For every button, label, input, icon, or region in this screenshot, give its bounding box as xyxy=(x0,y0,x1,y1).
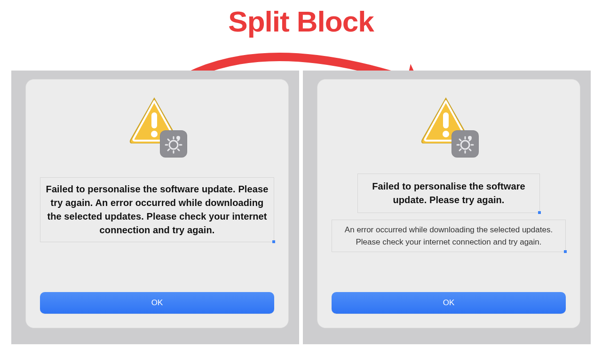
left-panel: Failed to personalise the software updat… xyxy=(11,71,299,344)
right-panel: Failed to personalise the software updat… xyxy=(303,71,591,344)
ok-button[interactable]: OK xyxy=(40,292,274,314)
svg-line-23 xyxy=(469,139,471,141)
svg-point-15 xyxy=(461,141,469,149)
ok-button[interactable]: OK xyxy=(332,292,566,314)
svg-point-3 xyxy=(169,141,178,149)
right-primary-message-text: Failed to personalise the software updat… xyxy=(359,180,539,207)
left-message-block[interactable]: Failed to personalise the software updat… xyxy=(40,177,274,242)
svg-line-9 xyxy=(178,149,179,150)
svg-rect-12 xyxy=(443,112,449,128)
page-title: Split Block xyxy=(0,5,602,38)
right-dialog: Failed to personalise the software updat… xyxy=(317,79,580,328)
dialog-icon xyxy=(416,96,482,155)
right-primary-message-block[interactable]: Failed to personalise the software updat… xyxy=(357,174,540,213)
svg-rect-0 xyxy=(151,112,157,128)
left-dialog: Failed to personalise the software updat… xyxy=(25,79,289,328)
right-secondary-message-block[interactable]: An error occurred while downloading the … xyxy=(332,220,566,252)
gear-badge-icon xyxy=(452,130,479,158)
right-secondary-message-text: An error occurred while downloading the … xyxy=(336,224,562,248)
left-message-text: Failed to personalise the software updat… xyxy=(43,182,271,237)
dialog-icon xyxy=(124,96,190,155)
svg-line-22 xyxy=(459,149,461,150)
gear-badge-icon xyxy=(160,130,187,158)
svg-line-11 xyxy=(178,139,179,141)
svg-point-1 xyxy=(151,131,158,137)
svg-line-21 xyxy=(469,149,471,150)
svg-line-8 xyxy=(168,139,169,141)
svg-point-13 xyxy=(443,131,449,137)
svg-line-20 xyxy=(459,139,461,141)
svg-line-10 xyxy=(168,149,169,150)
